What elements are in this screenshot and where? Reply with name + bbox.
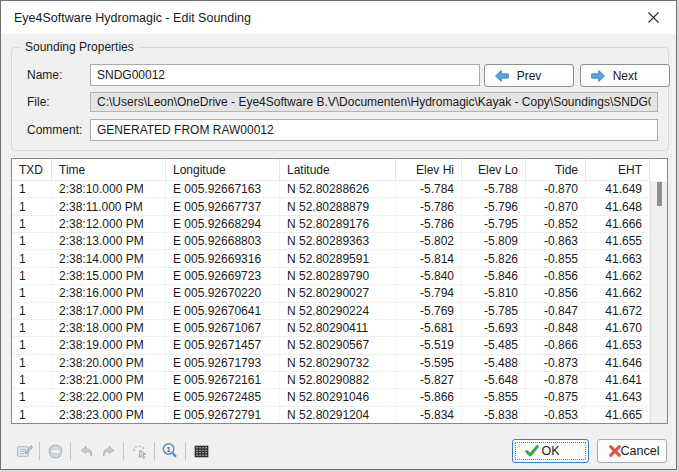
lasso-select-icon [128,440,150,462]
cell-latitude: N 52.80290224 [280,303,396,319]
remove-icon [44,440,66,462]
cell-elev_lo: -5.795 [462,216,526,232]
file-label: File: [27,95,50,109]
cell-txd: 1 [12,303,52,319]
close-button[interactable] [631,1,676,33]
table-row[interactable]: 12:38:17.000 PME 005.92670641N 52.802902… [12,303,650,320]
ok-button[interactable]: OK [512,439,589,463]
table-row[interactable]: 12:38:19.000 PME 005.92671457N 52.802905… [12,337,650,354]
prev-button[interactable]: Prev [484,64,574,87]
cell-elev_hi: -5.834 [396,407,462,423]
table-row[interactable]: 12:38:10.000 PME 005.92667163N 52.802886… [12,181,650,198]
cancel-label: Cancel [621,444,660,458]
table-row[interactable]: 12:38:15.000 PME 005.92669723N 52.802897… [12,268,650,285]
column-header-tide[interactable]: Tide [526,159,586,180]
name-label: Name: [27,68,62,82]
cell-elev_hi: -5.784 [396,181,462,197]
redo-icon [97,440,119,462]
cell-elev_hi: -5.840 [396,268,462,284]
column-header-latitude[interactable]: Latitude [280,159,396,180]
cell-elev_lo: -5.485 [462,337,526,353]
cell-elev_hi: -5.794 [396,285,462,301]
vertical-scrollbar[interactable] [650,181,667,423]
grid-icon[interactable] [190,440,212,462]
svg-text:1: 1 [167,445,171,454]
zoom-one-icon[interactable]: 1 [159,440,181,462]
cell-tide: -0.870 [526,198,586,214]
cell-tide: -0.853 [526,407,586,423]
toolbar-separator [123,442,124,460]
next-label: Next [613,69,638,83]
name-input[interactable] [90,64,480,86]
cell-eht: 41.670 [586,320,650,336]
cell-longitude: E 005.92669723 [166,268,280,284]
table-row[interactable]: 12:38:12.000 PME 005.92668294N 52.802891… [12,216,650,233]
cell-elev_hi: -5.814 [396,250,462,266]
cell-elev_lo: -5.810 [462,285,526,301]
column-header-eht[interactable]: EHT [586,159,650,180]
toolbar-separator [70,442,71,460]
cell-eht: 41.662 [586,285,650,301]
column-header-txd[interactable]: TXD [12,159,52,180]
cell-elev_hi: -5.786 [396,198,462,214]
bottom-toolbar: 1 [13,439,212,463]
cell-tide: -0.870 [526,181,586,197]
cell-txd: 1 [12,250,52,266]
scrollbar-thumb[interactable] [657,182,662,206]
cell-txd: 1 [12,337,52,353]
cell-latitude: N 52.80290732 [280,355,396,371]
cell-time: 2:38:15.000 PM [52,268,166,284]
cell-longitude: E 005.92671457 [166,337,280,353]
cell-time: 2:38:17.000 PM [52,303,166,319]
table-header: TXDTimeLongitudeLatitudeElev HiElev LoTi… [12,159,650,181]
cell-elev_lo: -5.838 [462,407,526,423]
table-row[interactable]: 12:38:21.000 PME 005.92672161N 52.802908… [12,372,650,389]
table-row[interactable]: 12:38:23.000 PME 005.92672791N 52.802912… [12,407,650,423]
cell-eht: 41.648 [586,198,650,214]
cancel-button[interactable]: Cancel [597,439,667,463]
table-row[interactable]: 12:38:13.000 PME 005.92668803N 52.802893… [12,233,650,250]
cell-time: 2:38:23.000 PM [52,407,166,423]
cell-time: 2:38:22.000 PM [52,389,166,405]
column-header-longitude[interactable]: Longitude [166,159,280,180]
table-row[interactable]: 12:38:20.000 PME 005.92671793N 52.802907… [12,355,650,372]
cell-latitude: N 52.80289790 [280,268,396,284]
table-row[interactable]: 12:38:16.000 PME 005.92670220N 52.802900… [12,285,650,302]
column-header-elev_hi[interactable]: Elev Hi [396,159,462,180]
cell-longitude: E 005.92669316 [166,250,280,266]
cell-eht: 41.663 [586,250,650,266]
column-header-elev_lo[interactable]: Elev Lo [462,159,526,180]
column-header-time[interactable]: Time [52,159,166,180]
toolbar-separator [185,442,186,460]
toolbar-separator [154,442,155,460]
cell-latitude: N 52.80288879 [280,198,396,214]
cell-txd: 1 [12,407,52,423]
cell-latitude: N 52.80290882 [280,372,396,388]
cell-latitude: N 52.80289363 [280,233,396,249]
next-button[interactable]: Next [580,64,670,87]
cell-eht: 41.649 [586,181,650,197]
table-row[interactable]: 12:38:14.000 PME 005.92669316N 52.802895… [12,250,650,267]
cell-txd: 1 [12,198,52,214]
cell-txd: 1 [12,216,52,232]
cell-latitude: N 52.80290027 [280,285,396,301]
arrow-right-icon [590,68,606,84]
cell-longitude: E 005.92671067 [166,320,280,336]
cell-time: 2:38:16.000 PM [52,285,166,301]
cell-longitude: E 005.92670220 [166,285,280,301]
table-row[interactable]: 12:38:18.000 PME 005.92671067N 52.802904… [12,320,650,337]
table-row[interactable]: 12:38:22.000 PME 005.92672485N 52.802910… [12,389,650,406]
comment-input[interactable] [90,119,658,141]
cell-eht: 41.672 [586,303,650,319]
cell-latitude: N 52.80288626 [280,181,396,197]
cell-latitude: N 52.80291046 [280,389,396,405]
cell-tide: -0.856 [526,268,586,284]
cell-elev_hi: -5.786 [396,216,462,232]
cell-longitude: E 005.92668803 [166,233,280,249]
table-row[interactable]: 12:38:11.000 PME 005.92667737N 52.802888… [12,198,650,215]
cell-eht: 41.643 [586,389,650,405]
cell-elev_lo: -5.488 [462,355,526,371]
cell-time: 2:38:11.000 PM [52,198,166,214]
cell-latitude: N 52.80289591 [280,250,396,266]
file-path-field [90,92,658,112]
